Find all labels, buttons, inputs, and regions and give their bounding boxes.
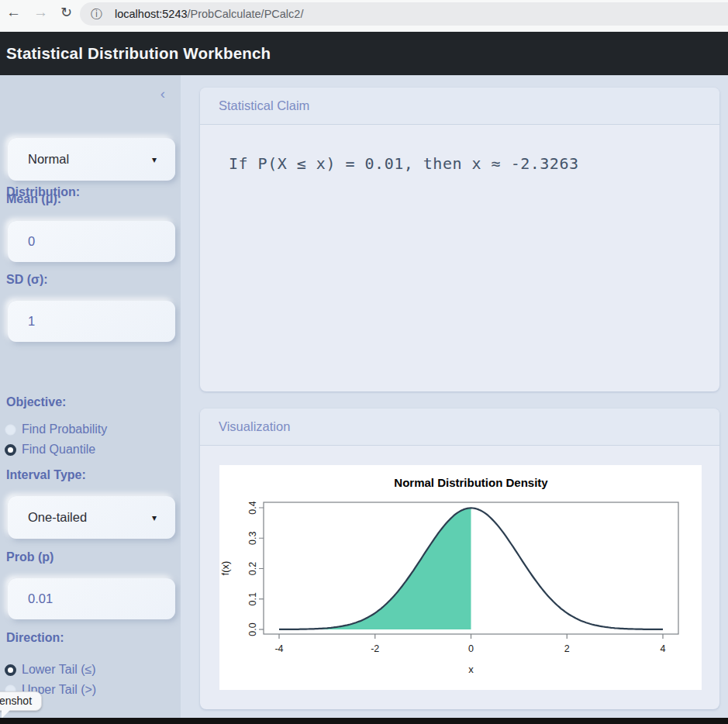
radio-find-quantile[interactable]: Find Quantile (5, 441, 95, 458)
svg-text:0.3: 0.3 (247, 532, 258, 545)
chevron-down-icon: ▾ (152, 154, 157, 165)
url-path: /ProbCalculate/PCalc2/ (188, 8, 304, 20)
sd-value: 1 (28, 314, 35, 329)
svg-text:2: 2 (564, 643, 570, 654)
prob-field[interactable]: 0.01 (8, 578, 175, 619)
prob-value: 0.01 (28, 591, 53, 606)
statistical-claim-card: Statistical Claim If P(X ≤ x) = 0.01, th… (200, 88, 719, 391)
svg-text:-4: -4 (274, 643, 283, 654)
claim-card-title: Statistical Claim (219, 98, 309, 113)
svg-text:0.1: 0.1 (247, 592, 258, 605)
density-plot: -4-20240.00.10.20.30.4Normal Distributio… (219, 465, 702, 690)
objective-label: Objective: (6, 395, 66, 409)
viz-card-header: Visualization (200, 409, 719, 446)
radio-label: Lower Tail (≤) (22, 663, 96, 677)
sd-field[interactable]: 1 (8, 301, 175, 342)
svg-text:0.0: 0.0 (247, 622, 258, 636)
mean-label: Mean (μ): (6, 192, 61, 206)
app-header: Statistical Distribution Workbench (0, 32, 728, 75)
radio-circle-icon[interactable] (5, 424, 16, 436)
forward-icon[interactable]: → (33, 4, 48, 21)
radio-find-probability[interactable]: Find Probability (5, 421, 107, 438)
claim-card-body: If P(X ≤ x) = 0.01, then x ≈ -2.3263 (200, 125, 719, 173)
interval-type-value: One-tailed (28, 510, 87, 525)
reload-icon[interactable]: ↻ (60, 4, 72, 21)
site-info-icon[interactable]: ⓘ (91, 7, 102, 22)
svg-text:0.4: 0.4 (247, 501, 258, 514)
screenshot-tooltip: enshot (0, 691, 42, 711)
claim-text: If P(X ≤ x) = 0.01, then x ≈ -2.3263 (229, 154, 578, 173)
mean-field[interactable]: 0 (8, 221, 175, 262)
main-content: Statistical Claim If P(X ≤ x) = 0.01, th… (181, 75, 728, 718)
mean-value: 0 (28, 234, 35, 249)
distribution-select[interactable]: Normal ▾ (8, 138, 175, 181)
back-icon[interactable]: ← (6, 4, 21, 21)
chevron-down-icon: ▾ (152, 512, 157, 523)
claim-card-header: Statistical Claim (200, 88, 719, 125)
url-host: localhost:5243 (115, 8, 188, 20)
sidebar: ‹ Distribution: Normal ▾ Mean (μ): 0 SD … (0, 75, 181, 718)
sidebar-collapse-icon[interactable]: ‹ (160, 85, 165, 102)
svg-text:4: 4 (661, 643, 666, 654)
plot-panel: -4-20240.00.10.20.30.4Normal Distributio… (219, 465, 702, 690)
bottom-edge-bar (0, 718, 728, 724)
url-text[interactable]: localhost:5243/ProbCalculate/PCalc2/ (115, 8, 303, 20)
page-title: Statistical Distribution Workbench (6, 44, 271, 63)
sd-label: SD (σ): (6, 273, 48, 287)
interval-type-label: Interval Type: (6, 468, 86, 482)
app-root: ← → ↻ ⓘ localhost:5243/ProbCalculate/PCa… (0, 0, 728, 724)
svg-text:0.2: 0.2 (247, 562, 258, 575)
svg-text:0: 0 (468, 643, 474, 654)
distribution-value: Normal (28, 152, 69, 167)
svg-text:f(x): f(x) (219, 561, 231, 576)
visualization-card: Visualization -4-20240.00.10.20.30.4Norm… (200, 409, 719, 709)
radio-label: Find Probability (22, 422, 107, 436)
radio-circle-icon[interactable] (5, 664, 16, 676)
viz-card-title: Visualization (219, 419, 290, 434)
radio-lower-tail[interactable]: Lower Tail (≤) (5, 661, 96, 678)
direction-label: Direction: (6, 631, 64, 645)
browser-toolbar: ← → ↻ ⓘ localhost:5243/ProbCalculate/PCa… (0, 0, 728, 32)
interval-type-select[interactable]: One-tailed ▾ (8, 496, 175, 539)
svg-text:-2: -2 (371, 643, 379, 654)
prob-label: Prob (p) (6, 550, 53, 564)
tooltip-text: enshot (0, 691, 42, 711)
svg-text:x: x (468, 664, 474, 675)
radio-circle-icon[interactable] (5, 444, 16, 456)
svg-text:Normal Distribution Density: Normal Distribution Density (394, 476, 548, 489)
radio-label: Find Quantile (22, 443, 95, 457)
address-bar[interactable]: ⓘ localhost:5243/ProbCalculate/PCalc2/ (80, 2, 728, 26)
